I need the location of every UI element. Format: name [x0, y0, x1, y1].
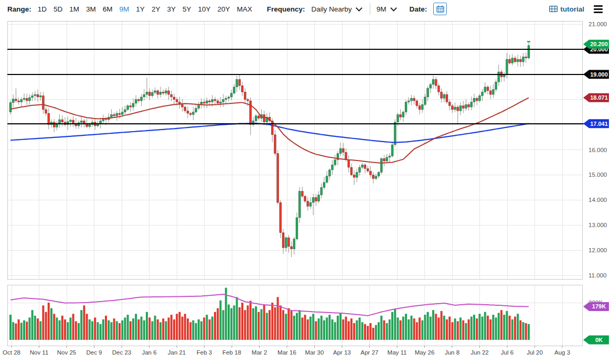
svg-text:16.000: 16.000	[588, 147, 607, 153]
svg-text:Jan 21: Jan 21	[168, 349, 186, 356]
panel-frames	[7, 21, 582, 346]
svg-text:15.000: 15.000	[588, 172, 607, 178]
svg-text:Nov 11: Nov 11	[30, 349, 49, 356]
svg-text:Jun 8: Jun 8	[445, 349, 459, 356]
range-option-2y[interactable]: 2Y	[152, 5, 160, 13]
chevron-down-icon	[356, 5, 362, 12]
svg-text:Jul 20: Jul 20	[527, 349, 543, 356]
range-option-6m[interactable]: 6M	[103, 5, 113, 13]
gridlines	[7, 21, 582, 346]
volume-badge-179K: 179K	[583, 302, 609, 311]
candlestick-chart[interactable]: 21.00016.00015.00014.00013.00012.00011.0…	[0, 18, 610, 364]
svg-text:Mar 2: Mar 2	[252, 349, 267, 356]
range-option-20y[interactable]: 20Y	[217, 5, 230, 13]
range-option-3y[interactable]: 3Y	[167, 5, 176, 13]
range-option-1d[interactable]: 1D	[38, 5, 47, 13]
price-axis-labels: 21.00016.00015.00014.00013.00012.00011.0…	[588, 21, 607, 306]
range-option-9m[interactable]: 9M	[120, 5, 130, 13]
calendar-icon	[436, 5, 444, 13]
volume-badge-0K: 0K	[583, 336, 609, 345]
volume-bars	[9, 288, 530, 340]
range-option-5y[interactable]: 5Y	[183, 5, 191, 13]
frequency-dropdown[interactable]: Daily Nearby	[312, 5, 361, 13]
ma-slow-line	[10, 123, 529, 142]
svg-text:0K: 0K	[595, 337, 603, 343]
hamburger-menu-icon[interactable]	[593, 4, 604, 14]
svg-text:Aug 3: Aug 3	[554, 349, 570, 356]
svg-text:11.000: 11.000	[588, 272, 606, 279]
ma-fast-line	[10, 98, 529, 163]
range-option-5d[interactable]: 5D	[53, 5, 62, 13]
svg-text:Feb 3: Feb 3	[197, 349, 212, 356]
range-option-list: 1D5D1M3M6M9M1Y2Y3Y5Y10Y20YMAX	[38, 5, 252, 13]
last-candle-marker	[527, 41, 530, 42]
price-badge-18.071: 18.071	[583, 93, 609, 102]
range-option-1m[interactable]: 1M	[69, 5, 79, 13]
svg-text:13.000: 13.000	[588, 222, 607, 228]
svg-text:May 11: May 11	[388, 349, 407, 356]
range-label: Range:	[7, 5, 31, 13]
svg-text:Oct 28: Oct 28	[3, 349, 20, 356]
toolbar-divider	[370, 3, 370, 15]
tutorial-link[interactable]: tutorial	[549, 5, 584, 13]
svg-text:Jun 22: Jun 22	[470, 349, 489, 356]
period-dropdown[interactable]: 9M	[377, 5, 396, 13]
price-badge-19.000: 19.000	[583, 70, 609, 79]
svg-text:20.200: 20.200	[590, 41, 608, 47]
svg-text:Apr 13: Apr 13	[333, 349, 351, 356]
svg-text:179K: 179K	[592, 303, 606, 309]
svg-text:Feb 18: Feb 18	[222, 349, 241, 356]
svg-text:Mar 16: Mar 16	[277, 349, 296, 356]
toolbar: Range: 1D5D1M3M6M9M1Y2Y3Y5Y10Y20YMAX Fre…	[0, 0, 610, 18]
date-picker-button[interactable]	[433, 3, 447, 15]
tutorial-label: tutorial	[560, 5, 584, 13]
svg-text:May 26: May 26	[415, 349, 435, 356]
range-option-1y[interactable]: 1Y	[136, 5, 145, 13]
svg-text:12.000: 12.000	[588, 247, 607, 253]
svg-text:Apr 27: Apr 27	[361, 349, 379, 356]
price-badge-17.041: 17.041	[583, 119, 609, 128]
toolbar-right: tutorial	[549, 4, 604, 14]
svg-text:Mar 30: Mar 30	[305, 349, 324, 356]
svg-text:21.000: 21.000	[588, 21, 607, 27]
svg-text:Jan 6: Jan 6	[142, 349, 156, 356]
svg-text:14.000: 14.000	[588, 197, 607, 203]
svg-text:Dec 9: Dec 9	[86, 349, 102, 356]
period-value: 9M	[377, 5, 387, 13]
film-strip-icon	[549, 6, 558, 12]
svg-text:Jul 6: Jul 6	[501, 349, 513, 356]
chart-area[interactable]: 21.00016.00015.00014.00013.00012.00011.0…	[0, 18, 610, 364]
svg-text:Dec 23: Dec 23	[112, 349, 131, 356]
svg-text:18.071: 18.071	[590, 94, 608, 101]
date-label: Date:	[410, 5, 427, 13]
x-axis-labels: Oct 28Nov 11Nov 25Dec 9Dec 23Jan 6Jan 21…	[3, 346, 570, 356]
frequency-value: Daily Nearby	[312, 5, 352, 13]
frequency-label: Frequency:	[267, 5, 305, 13]
svg-text:Nov 25: Nov 25	[57, 349, 76, 356]
chevron-down-icon	[390, 5, 397, 12]
range-option-max[interactable]: MAX	[237, 5, 252, 13]
svg-text:17.041: 17.041	[590, 121, 608, 127]
range-option-10y[interactable]: 10Y	[198, 5, 210, 13]
range-option-3m[interactable]: 3M	[86, 5, 96, 13]
svg-text:19.000: 19.000	[590, 71, 608, 78]
